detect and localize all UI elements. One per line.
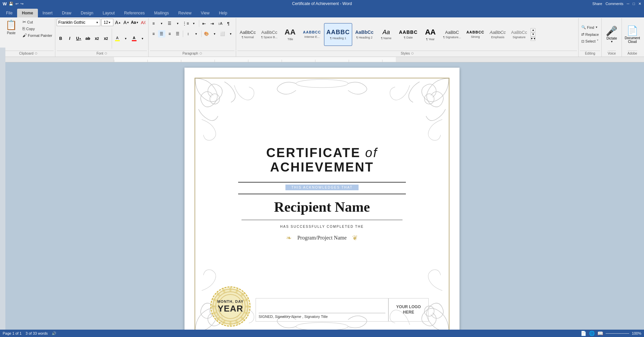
tab-view[interactable]: View <box>196 9 214 17</box>
show-hide-button[interactable]: ¶ <box>225 20 232 27</box>
borders-button[interactable]: ⬜ <box>219 30 226 38</box>
font-name-selector[interactable]: Franklin Gothic ▼ <box>57 19 100 26</box>
style-emphasis[interactable]: AaBbCc Emphasis <box>487 23 508 46</box>
language-indicator[interactable]: 🔊 <box>52 331 56 336</box>
styles-expand[interactable]: ▼▼ <box>531 37 535 41</box>
tab-draw[interactable]: Draw <box>57 9 76 17</box>
format-painter-button[interactable]: 🖌 Format Painter <box>21 32 54 39</box>
numbering-dropdown[interactable]: ▼ <box>174 20 181 27</box>
style-strong[interactable]: AABBCC Strong <box>464 23 487 46</box>
style-title[interactable]: AA Title <box>280 23 300 46</box>
read-mode-button[interactable]: 📖 <box>597 331 603 336</box>
style-heading2[interactable]: AaBbCc ¶ Heading 2 <box>353 23 376 46</box>
tab-mailings[interactable]: Mailings <box>149 9 173 17</box>
replace-button[interactable]: ⇄ Replace <box>580 31 600 37</box>
font-size-increase-button[interactable]: A▲ <box>114 19 122 26</box>
style-date[interactable]: AABBC ¶ Date <box>396 23 420 46</box>
cut-button[interactable]: ✂ Cut <box>21 19 54 25</box>
copy-button[interactable]: ⎘ Copy <box>21 25 54 32</box>
bullets-dropdown[interactable]: ▼ <box>158 20 165 27</box>
multilevel-dropdown[interactable]: ▼ <box>190 20 198 27</box>
cert-title-italic: of <box>365 146 378 160</box>
bullets-button[interactable]: ≡ <box>150 20 157 27</box>
styles-expand-icon[interactable]: ⬡ <box>411 52 414 55</box>
subscript-button[interactable]: x2 <box>93 35 101 42</box>
align-right-button[interactable]: ≡ <box>166 30 173 38</box>
dictate-button[interactable]: 🎤 Dictate ▼ <box>604 24 619 45</box>
web-layout-button[interactable]: 🌐 <box>589 331 595 336</box>
style-signature2[interactable]: AaBbCc Signature <box>509 23 530 46</box>
strikethrough-button[interactable]: ab <box>84 35 92 42</box>
clipboard-expand-icon[interactable]: ⬡ <box>35 52 37 55</box>
minimize-button[interactable]: ─ <box>627 2 630 6</box>
normal-view-button[interactable]: 📄 <box>581 331 586 336</box>
styles-scroll-up[interactable]: ▲ <box>531 28 535 32</box>
superscript-button[interactable]: x2 <box>102 35 110 42</box>
styles-scroll-down[interactable]: ▼ <box>531 32 535 37</box>
font-expand-icon[interactable]: ⬡ <box>105 52 107 55</box>
svg-point-13 <box>424 94 434 104</box>
maximize-button[interactable]: □ <box>633 2 635 6</box>
paragraph-expand-icon[interactable]: ⬡ <box>200 52 202 55</box>
clear-formatting-button[interactable]: A╳ <box>140 19 147 26</box>
tab-references[interactable]: References <box>119 9 149 17</box>
font-color-button[interactable]: A <box>130 35 138 42</box>
close-button[interactable]: ✕ <box>638 2 641 6</box>
line-spacing-dropdown[interactable]: ▼ <box>193 30 200 38</box>
align-center-button[interactable]: ☰ <box>158 30 165 38</box>
quick-access-save[interactable]: 💾 <box>9 2 13 6</box>
style-name[interactable]: Aa ¶ Name <box>376 23 396 46</box>
tab-insert[interactable]: Insert <box>38 9 57 17</box>
signed-label: SIGNED, <box>259 315 274 319</box>
comments-button[interactable]: Comments <box>605 2 623 6</box>
indent-increase-button[interactable]: ⇥ <box>209 20 216 27</box>
styles-label: Styles <box>401 52 410 55</box>
font-size-decrease-button[interactable]: A▼ <box>123 19 130 26</box>
style-normal[interactable]: AaBbCc ¶ Normal <box>237 23 258 46</box>
sort-button[interactable]: ↕A <box>217 20 224 27</box>
justify-button[interactable]: ☰ <box>174 30 181 38</box>
line-spacing-button[interactable]: ↕ <box>184 30 192 38</box>
replace-label: Replace <box>585 32 599 37</box>
style-year[interactable]: AA ¶ Year <box>421 23 440 46</box>
underline-dropdown[interactable]: ▼ <box>79 38 82 40</box>
select-button[interactable]: ⊡ Select ˅ <box>580 39 600 44</box>
quick-access-undo[interactable]: ↩ <box>15 2 18 6</box>
tab-layout[interactable]: Layout <box>98 9 119 17</box>
change-case-button[interactable]: Aa▼ <box>131 19 139 26</box>
word-count: 3 of 33 words <box>25 331 48 335</box>
seal-month: MONTH, DAY <box>217 299 244 304</box>
underline-button[interactable]: U ▼ <box>75 35 83 42</box>
tab-design[interactable]: Design <box>76 9 98 17</box>
style-heading1[interactable]: AABBC ¶ Heading 1 <box>324 23 352 46</box>
tab-help[interactable]: Help <box>214 9 232 17</box>
acrobat-button[interactable]: 📄 Document Cloud <box>623 24 641 45</box>
shading-button[interactable]: 🎨 <box>203 30 210 38</box>
paste-button[interactable]: 📋 Paste <box>3 19 20 36</box>
shading-dropdown[interactable]: ▼ <box>211 30 218 38</box>
find-button[interactable]: 🔍 Find ▼ <box>580 24 600 30</box>
seal-inner-text: MONTH, DAY YEAR <box>217 299 244 314</box>
tab-review[interactable]: Review <box>174 9 196 17</box>
bold-button[interactable]: B <box>57 35 65 42</box>
align-left-button[interactable]: ≡ <box>150 30 157 38</box>
numbering-button[interactable]: ☰ <box>166 20 173 27</box>
style-space-before[interactable]: AaBbCc ¶ Space B... <box>259 23 280 46</box>
italic-button[interactable]: I <box>66 35 74 42</box>
share-button[interactable]: Share <box>592 2 602 6</box>
font-color-icon: A <box>133 36 136 40</box>
find-dropdown[interactable]: ▼ <box>595 26 598 29</box>
style-signature[interactable]: AaBbC ¶ Signature... <box>441 23 463 46</box>
tab-file[interactable]: File <box>1 9 17 17</box>
font-color-dropdown[interactable]: ▼ <box>139 35 146 42</box>
tab-home[interactable]: Home <box>17 9 38 17</box>
quick-access-redo[interactable]: ↪ <box>20 2 23 6</box>
font-highlight-dropdown[interactable]: ▼ <box>122 35 129 42</box>
dictate-dropdown[interactable]: ▼ <box>610 40 613 43</box>
text-highlight-button[interactable]: A <box>114 35 121 42</box>
font-size-selector[interactable]: 12 ▼ <box>101 19 113 26</box>
multilevel-button[interactable]: ⋮≡ <box>182 20 190 27</box>
indent-decrease-button[interactable]: ⇤ <box>201 20 208 27</box>
style-intense-emphasis[interactable]: AABBCC Intense E... <box>301 23 323 46</box>
borders-dropdown[interactable]: ▼ <box>227 30 234 38</box>
